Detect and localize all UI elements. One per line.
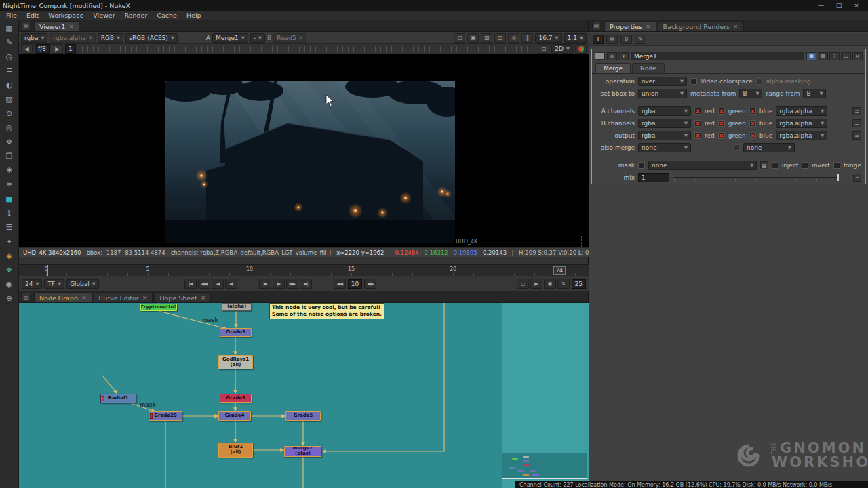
output-blue-checkbox[interactable]: × bbox=[749, 132, 756, 139]
node-godrays1[interactable]: GodRays1 (all) bbox=[218, 355, 253, 369]
also-merge-checkbox[interactable]: × bbox=[733, 144, 740, 151]
view-mode-dropdown[interactable]: 2D▼ bbox=[551, 44, 573, 54]
b-blue-checkbox[interactable]: × bbox=[749, 120, 756, 127]
zoom-dropdown[interactable]: 1:1▼ bbox=[564, 33, 587, 43]
node-header-button[interactable]: ▾ bbox=[618, 52, 629, 60]
node-grade5[interactable]: Grade5 bbox=[285, 411, 321, 421]
node-[interactable]: (alpha) bbox=[222, 303, 252, 311]
node-grade4[interactable]: Grade4 bbox=[218, 411, 251, 421]
menu-render[interactable]: Render bbox=[120, 11, 153, 20]
output-channel-link-button[interactable]: = bbox=[852, 131, 861, 140]
tab-merge[interactable]: Merge bbox=[595, 63, 631, 73]
tab-close-icon[interactable]: × bbox=[142, 294, 148, 301]
fstop-field[interactable]: f/8 bbox=[35, 44, 50, 54]
merge-icon[interactable]: ◎ bbox=[3, 122, 16, 134]
a-input-dropdown[interactable]: Merge1▼ bbox=[212, 33, 248, 43]
tab-curve-editor[interactable]: Curve Editor × bbox=[94, 292, 153, 302]
transport-button[interactable]: ▶| bbox=[300, 279, 312, 289]
a-red-checkbox[interactable]: × bbox=[694, 108, 701, 115]
node-grade20[interactable]: Grade20 bbox=[149, 411, 182, 421]
transport-button[interactable]: ▶ bbox=[273, 279, 285, 289]
transport-option-button[interactable]: ▣ bbox=[544, 279, 556, 289]
invert-checkbox[interactable]: × bbox=[802, 162, 808, 169]
wipe-mode-dropdown[interactable]: -▼ bbox=[250, 33, 265, 43]
node-header-button[interactable]: ▦ bbox=[806, 52, 816, 60]
a-green-checkbox[interactable]: × bbox=[718, 108, 725, 115]
alpha-masking-checkbox[interactable]: × bbox=[756, 78, 763, 85]
minimize-button[interactable]: — bbox=[812, 1, 830, 10]
plugin-c-icon[interactable]: ◉ bbox=[3, 279, 16, 290]
colorspace-dropdown[interactable]: sRGB (ACES)▼ bbox=[125, 33, 178, 43]
mix-slider-handle[interactable] bbox=[837, 174, 839, 181]
node-grade3[interactable]: Grade3 bbox=[220, 328, 252, 337]
metadata-icon[interactable]: ℹ bbox=[3, 207, 16, 219]
alpha-layer-dropdown[interactable]: rgba.alpha▼ bbox=[50, 33, 95, 43]
also-merge-dropdown-2[interactable]: none▼ bbox=[743, 143, 795, 152]
image-icon[interactable]: ▦ bbox=[3, 22, 16, 34]
3d-icon[interactable]: ❐ bbox=[3, 150, 16, 162]
node-graph-canvas[interactable]: This node is very cool, but be careful! … bbox=[19, 303, 589, 488]
a-alpha-dropdown[interactable]: rgba.alpha▼ bbox=[776, 106, 827, 116]
b-alpha-dropdown[interactable]: rgba.alpha▼ bbox=[776, 119, 827, 128]
fps-dropdown[interactable]: 24▼ bbox=[22, 279, 42, 289]
viewer-display-button[interactable]: ◎ bbox=[508, 33, 519, 43]
time-icon[interactable]: ◷ bbox=[3, 51, 16, 62]
menu-workspace[interactable]: Workspace bbox=[43, 11, 88, 20]
frame-step-field[interactable]: 10 bbox=[348, 279, 362, 289]
node-merge2[interactable]: Merge2 (plus) bbox=[284, 446, 321, 457]
mask-checkbox[interactable]: × bbox=[638, 162, 645, 169]
keyer-icon[interactable]: ⊙ bbox=[3, 108, 16, 119]
mask-dropdown[interactable]: none▼ bbox=[648, 161, 757, 170]
node-header-button[interactable]: ▤ bbox=[818, 52, 828, 60]
node-radial1[interactable]: Radial1 bbox=[100, 394, 136, 403]
viewer-display-button[interactable]: ▢ bbox=[454, 33, 465, 43]
b-input-dropdown[interactable]: Read5▼ bbox=[273, 33, 305, 43]
inject-checkbox[interactable]: × bbox=[772, 162, 778, 169]
output-green-checkbox[interactable]: × bbox=[718, 132, 725, 139]
node-color-swatch[interactable] bbox=[595, 52, 605, 60]
toolsets-icon[interactable]: ☰ bbox=[3, 222, 16, 233]
timecode-dropdown[interactable]: TF▼ bbox=[44, 279, 64, 289]
plugin-d-icon[interactable]: ⊕ bbox=[3, 293, 16, 304]
tab-background-renders[interactable]: Background Renders × bbox=[658, 21, 744, 31]
transport-button[interactable]: |▶ bbox=[259, 279, 271, 289]
fringe-checkbox[interactable]: × bbox=[833, 162, 840, 169]
tab-close-icon[interactable]: × bbox=[81, 294, 87, 301]
tab-close-icon[interactable]: × bbox=[646, 23, 651, 30]
deep-icon[interactable]: ≋ bbox=[3, 179, 16, 190]
transform-icon[interactable]: ✥ bbox=[3, 136, 16, 148]
b-channels-dropdown[interactable]: rgba▼ bbox=[638, 119, 691, 128]
output-red-checkbox[interactable]: × bbox=[694, 132, 701, 139]
tab-node-graph[interactable]: Node Graph × bbox=[34, 292, 92, 302]
other-icon[interactable]: ✦ bbox=[3, 236, 16, 247]
viewer-display-button[interactable]: ▣ bbox=[467, 33, 479, 43]
node-graph-minimap[interactable] bbox=[502, 453, 587, 479]
video-colorspace-checkbox[interactable]: × bbox=[690, 78, 697, 85]
menu-cache[interactable]: Cache bbox=[152, 11, 182, 20]
node-header-button[interactable]: ▭ bbox=[841, 52, 851, 60]
a-channels-dropdown[interactable]: rgba▼ bbox=[638, 106, 691, 116]
transport-button[interactable]: |◀ bbox=[184, 279, 197, 289]
properties-toolbar-button[interactable]: ✎ bbox=[635, 35, 646, 44]
display-channel-dropdown[interactable]: RGB▼ bbox=[98, 33, 123, 43]
menu-file[interactable]: File bbox=[1, 11, 22, 20]
gamma-field[interactable]: 1 bbox=[65, 44, 76, 54]
node-grade9[interactable]: Grade9 bbox=[220, 394, 252, 403]
last-frame-field[interactable]: 25 bbox=[572, 279, 586, 289]
panel-menu-icon[interactable]: ▤ bbox=[22, 22, 31, 30]
transport-option-button[interactable]: ⇅ bbox=[557, 279, 570, 289]
b-red-checkbox[interactable]: × bbox=[694, 120, 701, 127]
viewer-image-area[interactable]: UHD_4K bbox=[19, 54, 589, 247]
panel-menu-icon[interactable]: ▤ bbox=[22, 293, 31, 302]
output-alpha-dropdown[interactable]: rgba.alpha▼ bbox=[776, 131, 827, 140]
a-blue-checkbox[interactable]: × bbox=[749, 108, 756, 115]
timeline-ruler[interactable]: 24 05101520 bbox=[19, 264, 589, 276]
roi-button[interactable]: ⊡ bbox=[538, 44, 549, 54]
tab-close-icon[interactable]: × bbox=[733, 23, 738, 30]
filter-icon[interactable]: ▨ bbox=[3, 94, 16, 105]
tab-node[interactable]: Node bbox=[632, 63, 665, 73]
panel-stack-count[interactable]: 1 bbox=[593, 35, 604, 44]
close-button[interactable]: × bbox=[848, 1, 865, 10]
next-view-button[interactable]: ▶ bbox=[52, 44, 63, 54]
transport-option-button[interactable]: ▶ bbox=[530, 279, 542, 289]
